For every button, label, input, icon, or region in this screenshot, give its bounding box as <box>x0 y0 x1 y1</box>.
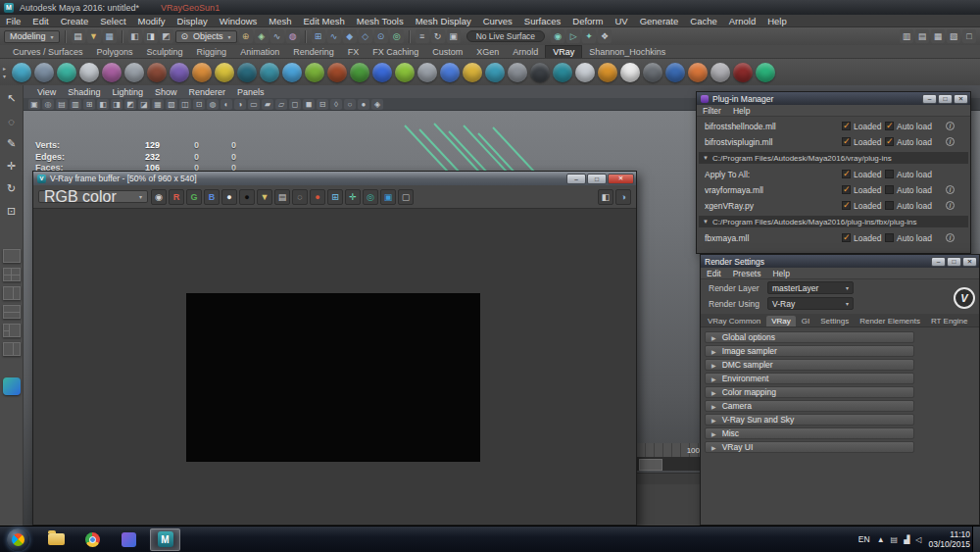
shelf-tool-icon[interactable] <box>34 63 54 82</box>
select-tool[interactable]: ↖ <box>3 90 20 107</box>
new-scene-icon[interactable]: ▤ <box>72 29 85 43</box>
menu-item[interactable]: Modify <box>132 16 172 26</box>
shelf-tab[interactable]: Curves / Surfaces <box>6 46 90 58</box>
autoload-checkbox[interactable] <box>885 170 894 178</box>
shelf-tab[interactable]: Polygons <box>90 46 140 58</box>
move-tool[interactable]: ✛ <box>3 158 20 175</box>
loaded-checkbox[interactable] <box>842 201 851 210</box>
shelf-tab[interactable]: Animation <box>233 46 286 58</box>
layout-outliner-persp[interactable] <box>3 342 21 356</box>
shelf-tab[interactable]: FX Caching <box>366 46 425 58</box>
menu-item[interactable]: Create <box>55 16 95 26</box>
menu-set-selector[interactable]: Modeling ▾ <box>4 30 60 43</box>
shelf-tool-icon[interactable] <box>79 63 99 82</box>
shelf-tool-icon[interactable] <box>12 63 31 82</box>
info-icon[interactable]: i <box>946 201 955 210</box>
shelf-tool-icon[interactable] <box>485 63 505 82</box>
layout-three-pane-left[interactable] <box>3 324 21 337</box>
minimize-button[interactable]: – <box>566 174 586 184</box>
shelf-tab[interactable]: Custom <box>425 46 469 58</box>
mask-curves-icon[interactable]: ∿ <box>270 29 284 43</box>
shelf-tool-icon[interactable] <box>508 63 527 82</box>
menu-item[interactable]: Arnold <box>723 16 761 26</box>
output-connections-icon[interactable]: ↻ <box>431 29 445 43</box>
layout-four-pane[interactable] <box>3 268 21 281</box>
render-settings-tab[interactable]: VRay Common <box>703 316 765 326</box>
shelf-tool-icon[interactable] <box>417 63 437 82</box>
menu-item[interactable]: Display <box>172 16 214 26</box>
menu-item[interactable]: Help <box>761 16 793 26</box>
open-scene-icon[interactable]: ▼ <box>87 29 101 43</box>
render-settings-tab[interactable]: Settings <box>815 316 854 326</box>
vfb-stamp-button[interactable]: ◎ <box>363 189 378 205</box>
shelf-tab[interactable]: Arnold <box>506 46 545 58</box>
action-center-icon[interactable]: ▤ <box>891 535 899 544</box>
collapsible-section-header[interactable]: ▶ DMC sampler <box>705 359 914 371</box>
menu-item[interactable]: Help <box>727 106 756 116</box>
render-settings-tab[interactable]: Render Elements <box>855 316 925 326</box>
viewport-toolbar-icon[interactable]: ▥ <box>70 99 81 110</box>
vfb-white-level-button[interactable]: ● <box>221 189 237 205</box>
snap-curve-icon[interactable]: ∿ <box>327 29 341 43</box>
shelf-tab[interactable]: Sculpting <box>140 46 190 58</box>
modeling-toolkit-toggle[interactable]: ▧ <box>947 29 960 43</box>
menu-item[interactable]: Edit Mesh <box>298 16 351 26</box>
shelf-tool-icon[interactable] <box>147 63 167 82</box>
menu-item[interactable]: Windows <box>214 16 264 26</box>
vfb-blue-channel-button[interactable]: B <box>204 189 220 205</box>
shelf-tool-icon[interactable] <box>688 63 708 82</box>
menu-item[interactable]: Help <box>766 269 795 278</box>
shelf-edit-icon[interactable]: ▾ <box>3 73 6 79</box>
render-settings-tab[interactable]: GI <box>797 316 814 326</box>
start-button[interactable] <box>7 528 29 551</box>
select-component-icon[interactable]: ◩ <box>160 29 173 43</box>
shelf-tool-icon[interactable] <box>102 63 122 82</box>
make-live-icon[interactable]: ◎ <box>390 29 404 43</box>
snap-point-icon[interactable]: ◆ <box>343 29 357 43</box>
viewport-toolbar-icon[interactable]: ◻ <box>289 99 301 110</box>
vfb-red-channel-button[interactable]: R <box>169 189 184 205</box>
snap-grid-icon[interactable]: ⊞ <box>312 29 325 43</box>
shelf-tab[interactable]: Rendering <box>286 46 341 58</box>
render-settings-titlebar[interactable]: Render Settings – □ ✕ <box>701 255 979 268</box>
shelf-tool-icon[interactable] <box>665 63 685 82</box>
viewport-toolbar-icon[interactable]: ◩ <box>124 99 136 110</box>
collapsible-section-header[interactable]: ▶ Image sampler <box>705 345 914 357</box>
viewport-toolbar-icon[interactable]: ▰ <box>262 99 273 110</box>
shelf-tool-icon[interactable] <box>124 63 144 82</box>
shelf-tool-icon[interactable] <box>57 63 76 82</box>
shelf-tool-icon[interactable] <box>215 63 234 82</box>
menu-item[interactable]: Mesh <box>263 16 297 26</box>
shelf-tab[interactable]: VRay <box>545 45 582 58</box>
volume-icon[interactable]: ◁ <box>915 535 921 544</box>
render-settings-tab[interactable]: RT Engine <box>926 316 973 326</box>
plugin-manager-titlebar[interactable]: Plug-in Manager – □ ✕ <box>697 92 970 105</box>
shelf-tool-icon[interactable] <box>440 63 460 82</box>
layout-two-pane-stacked[interactable] <box>3 305 21 319</box>
clock[interactable]: 11:10 03/10/2015 <box>928 529 970 549</box>
menu-item[interactable]: Filter <box>697 106 727 116</box>
ipr-render-icon[interactable]: ✦ <box>582 29 596 43</box>
viewport-toolbar-icon[interactable]: ⊟ <box>317 99 328 110</box>
viewport-toolbar-icon[interactable]: ○ <box>344 99 356 110</box>
vfb-stereo-button[interactable]: ◑ <box>615 189 631 205</box>
attribute-editor-toggle[interactable]: ▥ <box>900 29 913 43</box>
render-settings-icon[interactable]: ❖ <box>598 29 612 43</box>
input-connections-icon[interactable]: ≡ <box>416 29 429 43</box>
selection-mask-selector[interactable]: ⊙ Objects ▾ <box>175 30 237 43</box>
shelf-tool-icon[interactable] <box>756 63 775 82</box>
vray-frame-buffer-window[interactable]: V V-Ray frame buffer - [50% of 960 x 540… <box>32 171 637 526</box>
vfb-track-mouse-button[interactable]: ✛ <box>345 189 361 205</box>
maximize-button[interactable]: □ <box>938 94 953 104</box>
menu-item[interactable]: Cache <box>684 16 722 26</box>
layout-single-pane[interactable] <box>3 249 21 263</box>
time-slider[interactable]: 100 <box>637 443 706 457</box>
shelf-tool-icon[interactable] <box>327 63 347 82</box>
outliner-toggle[interactable]: □ <box>962 29 976 43</box>
vfb-green-channel-button[interactable]: G <box>186 189 202 205</box>
viewport-toolbar-icon[interactable]: ▭ <box>248 99 260 110</box>
panel-menu-item[interactable]: Lighting <box>106 87 149 97</box>
shelf-tool-icon[interactable] <box>260 63 279 82</box>
vfb-black-level-button[interactable]: ● <box>239 189 255 205</box>
shelf-tool-icon[interactable] <box>643 63 662 82</box>
